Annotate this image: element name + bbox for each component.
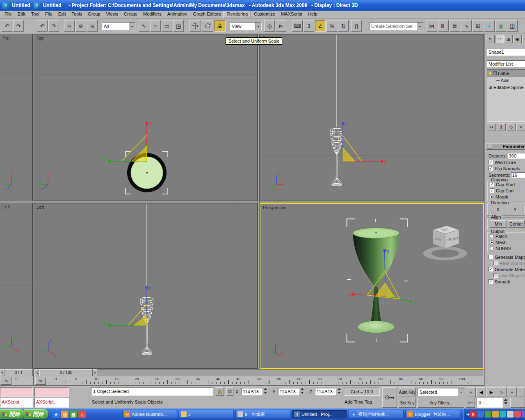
selection-lock-button[interactable] (216, 387, 224, 396)
percent-snap-button[interactable]: % (326, 20, 337, 32)
spinner[interactable] (300, 388, 304, 394)
y-coord-field[interactable]: 114.513 (278, 388, 299, 395)
generate-mapping-coords-checkbox[interactable] (488, 255, 493, 259)
spinner[interactable] (263, 388, 267, 394)
tab-modify[interactable]: ◠ (495, 35, 504, 43)
menu-item[interactable]: Views (103, 11, 121, 18)
viewport-top-canvas[interactable]: x y (34, 34, 258, 201)
direction-y-button[interactable]: Y (507, 206, 523, 213)
quicklaunch-media-icon[interactable]: ♪ (78, 411, 86, 418)
segments-field[interactable]: 16 (511, 172, 525, 178)
degrees-field[interactable]: 360 (508, 153, 525, 159)
chevron-down-icon[interactable]: ▼ (129, 23, 135, 30)
set-keys-button[interactable] (382, 387, 397, 408)
spinner-snap-button[interactable]: ⇅ (338, 20, 349, 32)
scale-gizmo[interactable]: x y (104, 122, 152, 162)
window-crossing-button[interactable]: ◳ (173, 20, 184, 32)
lightbulb-icon[interactable] (488, 72, 492, 75)
menu-item[interactable]: File (2, 11, 15, 18)
redo-button[interactable]: ↷ (48, 20, 59, 32)
menu-item[interactable]: Graph Editors (190, 11, 224, 18)
rectangular-selection-region-button[interactable]: ▭ (162, 20, 172, 32)
add-time-tag[interactable]: Add Time Tag (345, 399, 372, 404)
menu-item[interactable]: Edit (15, 11, 28, 18)
mesh-radio[interactable] (490, 240, 494, 244)
key-mode-toggle-button[interactable] (466, 398, 475, 408)
menu-item[interactable]: Create (121, 11, 140, 18)
time-slider-left-arrow[interactable]: < (34, 369, 39, 376)
spinner[interactable] (503, 399, 508, 404)
object-name-field[interactable]: Shape1 (487, 49, 525, 56)
unlink-selection-button[interactable]: ⊘ (75, 20, 86, 32)
snaps-toggle-button[interactable]: 3 (304, 20, 314, 32)
use-pivot-point-center-button[interactable]: ◎ (264, 20, 275, 32)
tab-motion[interactable]: ◉ (513, 35, 522, 43)
undo-button[interactable]: ↶ (37, 20, 48, 32)
go-to-start-button[interactable]: « (466, 387, 476, 397)
menu-item[interactable]: File (42, 11, 55, 18)
expand-icon[interactable]: ⊞ (488, 84, 492, 90)
reference-coordinate-system-dropdown[interactable]: View ▼ (230, 22, 262, 30)
select-and-move-button[interactable] (189, 20, 201, 32)
viewport-left[interactable]: Left z y (34, 203, 258, 369)
show-end-result-button[interactable]: ∥ (497, 123, 506, 130)
pin-stack-button[interactable]: ⊶ (487, 123, 496, 130)
generate-material-ids-checkbox[interactable] (488, 267, 493, 272)
time-slider-right-arrow[interactable]: > (93, 369, 97, 376)
mini-curve-editor-button[interactable]: ∿ (35, 377, 46, 385)
maxscript-mini-listener-bg[interactable]: AXScript. (0, 398, 33, 408)
tray-chevron-icon[interactable]: ◀ (466, 412, 469, 416)
macro-recorder-pane-bg[interactable] (0, 387, 33, 397)
scale-gizmo[interactable]: z y (104, 286, 151, 326)
start-button-bg[interactable]: 開始 (0, 409, 25, 419)
play-button[interactable]: ▶ (486, 387, 496, 397)
auto-key-button[interactable]: Auto Key (399, 387, 416, 397)
undo-button-bg[interactable]: ↶ (2, 20, 12, 32)
weld-core-checkbox[interactable] (488, 160, 493, 164)
quicklaunch-mail-icon[interactable]: @ (61, 411, 68, 418)
viewport-splitter-horizontal[interactable] (0, 201, 484, 203)
menu-item[interactable]: Customize (251, 11, 278, 18)
task-3dsmax[interactable]: 3 Untitled - Proj... (292, 410, 347, 419)
task-blogger[interactable]: B Blogger: 包裝結... (405, 410, 460, 419)
bind-to-space-warp-button[interactable]: ≋ (87, 20, 98, 32)
tray-icon-orange[interactable] (492, 411, 499, 418)
mirror-button[interactable]: ⋈ (427, 20, 437, 32)
tray-icon-purple[interactable] (522, 411, 525, 418)
tray-icon-teal[interactable] (500, 411, 506, 418)
menu-item[interactable]: Animation (164, 11, 190, 18)
chevron-down-icon[interactable]: ▼ (458, 388, 464, 396)
wine-glass-object[interactable] (353, 228, 399, 333)
scale-gizmo[interactable]: z x (342, 122, 387, 164)
key-filters-button[interactable]: Key Filters... (418, 398, 464, 408)
viewport-front-canvas[interactable]: z x (260, 34, 484, 201)
viewcube[interactable]: TOP LEFT FRONT (423, 226, 467, 260)
select-object-button[interactable]: ↖ (139, 20, 149, 32)
select-and-link-button[interactable]: ∞ (64, 20, 75, 32)
align-center-button[interactable]: Center (508, 220, 525, 228)
tab-display[interactable]: ▤ (522, 35, 525, 43)
viewport-perspective[interactable]: Perspective z (260, 203, 484, 369)
viewport-nav-button-clipped[interactable] (510, 398, 525, 408)
maxscript-mini-listener[interactable]: AXScript. (34, 398, 69, 408)
mini-curve-editor-button-bg[interactable]: ∿ (1, 377, 11, 385)
quicklaunch-ie-icon[interactable]: e (52, 411, 60, 418)
track-bar[interactable]: ∿ ∿ 0 0510152025303540455055606570758085… (0, 377, 484, 386)
menu-item[interactable]: MAXScript (278, 11, 305, 18)
layer-manager-button[interactable]: ≣ (450, 20, 460, 32)
tray-icon-green[interactable] (485, 411, 491, 418)
menu-item[interactable]: Modifiers (140, 11, 164, 18)
remove-modifier-button[interactable]: × (516, 123, 525, 130)
select-and-uniform-scale-button[interactable] (214, 20, 226, 32)
tab-hierarchy[interactable]: ⊞ (504, 35, 513, 43)
time-slider-left-arrow-bg[interactable]: < (0, 369, 5, 376)
nurbs-radio[interactable] (490, 247, 494, 251)
make-unique-button[interactable]: ◇ (507, 123, 516, 130)
cap-start-checkbox[interactable] (490, 182, 494, 187)
absolute-offset-toggle[interactable]: ⊡ (226, 387, 233, 396)
smooth-checkbox[interactable] (488, 279, 493, 284)
align-button[interactable]: ⊪ (438, 20, 449, 32)
viewport-left-canvas[interactable]: z y (34, 203, 258, 369)
menu-item[interactable]: Tools (69, 11, 85, 18)
task-paint[interactable]: 9 - 小畫家 (235, 410, 290, 419)
